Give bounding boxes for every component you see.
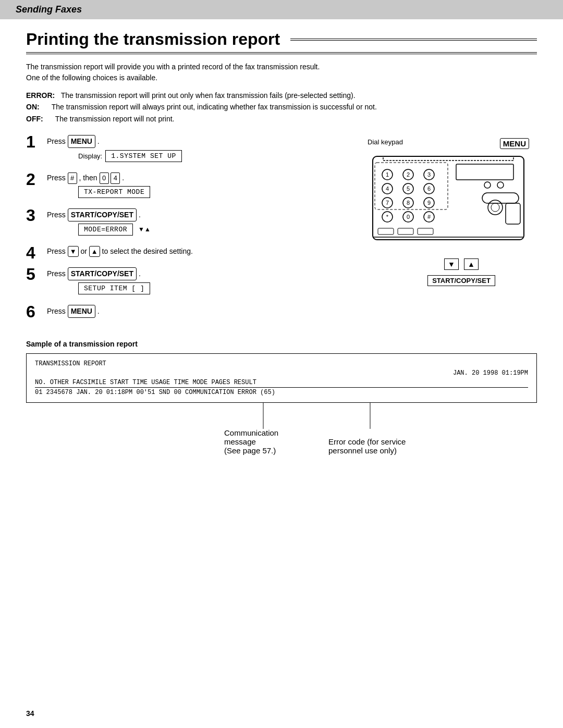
display-box-1: Display: 1.SYSTEM SET UP xyxy=(78,150,182,162)
key-4: 4 xyxy=(111,172,120,184)
diagram-labels: Dial keypad MENU xyxy=(368,138,529,149)
menu-button-step1: MENU xyxy=(68,135,95,148)
step-2: 2 Press # , then 0 4 . TX-REPORT MODE xyxy=(26,170,349,203)
svg-point-28 xyxy=(484,182,491,188)
arrow-up-btn: ▲ xyxy=(89,246,100,257)
report-header-row: NO. OTHER FACSIMILE START TIME USAGE TIM… xyxy=(35,379,528,388)
main-content: Printing the transmission report The tra… xyxy=(0,19,563,476)
sample-title: Sample of a transmission report xyxy=(26,340,537,348)
arrow-buttons: ▼ ▲ xyxy=(444,258,479,270)
down-arrow-diagram: ▼ xyxy=(444,258,459,270)
annotations-container: Communication message (See page 57.) Err… xyxy=(26,403,537,455)
fax-machine-svg: 1 2 3 4 5 6 7 8 9 * xyxy=(368,151,529,255)
menu-diagram-label: MENU xyxy=(500,138,529,149)
svg-text:9: 9 xyxy=(427,200,431,206)
step-3: 3 Press START/COPY/SET . MODE=ERROR ▼▲ xyxy=(26,206,349,241)
svg-rect-36 xyxy=(418,228,433,235)
def-error: ERROR: The transmission report will prin… xyxy=(26,90,537,101)
up-arrow-diagram: ▲ xyxy=(464,258,479,270)
dial-keypad-label: Dial keypad xyxy=(368,138,403,149)
start-copy-set-diagram: START/COPY/SET xyxy=(427,273,495,286)
page-title: Printing the transmission report xyxy=(26,30,537,54)
annotation-error-code: Error code (for service personnel use on… xyxy=(328,437,406,455)
header-banner: Sending Faxes xyxy=(0,0,563,19)
annotation-lines xyxy=(26,403,537,455)
def-on: ON: The transmission report will always … xyxy=(26,101,537,113)
step-4: 4 Press ▼ or ▲ to select the desired set… xyxy=(26,244,349,262)
arrow-down-btn: ▼ xyxy=(68,246,79,257)
svg-text:2: 2 xyxy=(407,171,410,178)
svg-rect-30 xyxy=(482,193,519,203)
annotation-communication: Communication message (See page 57.) xyxy=(224,428,278,455)
svg-text:5: 5 xyxy=(407,186,410,192)
svg-text:8: 8 xyxy=(407,200,410,206)
page-number: 34 xyxy=(26,709,34,718)
report-title-text: TRANSMISSION REPORT xyxy=(35,360,528,367)
def-off-text xyxy=(45,115,54,123)
svg-rect-2 xyxy=(456,164,513,180)
svg-text:3: 3 xyxy=(427,171,431,178)
report-data-row: 01 2345678 JAN. 20 01:18PM 00'51 SND 00 … xyxy=(35,389,528,396)
svg-text:*: * xyxy=(386,214,389,220)
report-date: JAN. 20 1998 01:19PM xyxy=(35,369,528,377)
def-error-text xyxy=(57,91,59,100)
key-0: 0 xyxy=(100,172,109,184)
svg-rect-0 xyxy=(373,156,524,240)
step-1: 1 Press MENU . Display: 1.SYSTEM SET UP xyxy=(26,133,349,167)
step-6: 6 Press MENU . xyxy=(26,303,349,321)
display-box-2: TX-REPORT MODE xyxy=(78,186,150,198)
svg-rect-34 xyxy=(378,228,394,235)
svg-point-32 xyxy=(491,203,499,212)
display-box-3: MODE=ERROR ▼▲ xyxy=(78,224,349,236)
svg-rect-35 xyxy=(398,228,413,235)
fax-diagram-container: Dial keypad MENU 1 2 3 xyxy=(360,133,537,324)
svg-point-29 xyxy=(497,182,504,188)
svg-text:6: 6 xyxy=(427,186,431,192)
def-on-text xyxy=(42,103,50,111)
svg-rect-33 xyxy=(506,203,520,224)
start-copy-set-step3: START/COPY/SET xyxy=(68,208,137,221)
svg-text:0: 0 xyxy=(407,214,410,220)
svg-text:4: 4 xyxy=(386,186,389,192)
steps-left: 1 Press MENU . Display: 1.SYSTEM SET UP … xyxy=(26,133,349,324)
intro-text: The transmission report will provide you… xyxy=(26,61,537,83)
definitions: ERROR: The transmission report will prin… xyxy=(26,90,537,125)
report-box: TRANSMISSION REPORT JAN. 20 1998 01:19PM… xyxy=(26,353,537,403)
svg-text:1: 1 xyxy=(386,171,389,178)
svg-text:#: # xyxy=(427,214,431,220)
svg-point-31 xyxy=(488,200,503,215)
steps-container: 1 Press MENU . Display: 1.SYSTEM SET UP … xyxy=(26,133,537,324)
sample-section: Sample of a transmission report TRANSMIS… xyxy=(26,340,537,455)
display-box-5: SETUP ITEM [ ] xyxy=(78,282,150,294)
start-copy-set-step5: START/COPY/SET xyxy=(68,267,137,280)
svg-text:7: 7 xyxy=(386,200,389,206)
menu-button-step6: MENU xyxy=(68,305,95,318)
svg-rect-1 xyxy=(383,156,513,161)
step-5: 5 Press START/COPY/SET . SETUP ITEM [ ] xyxy=(26,265,349,300)
hash-key: # xyxy=(68,172,77,184)
header-banner-text: Sending Faxes xyxy=(16,4,82,15)
def-off: OFF: The transmission report will not pr… xyxy=(26,113,537,125)
